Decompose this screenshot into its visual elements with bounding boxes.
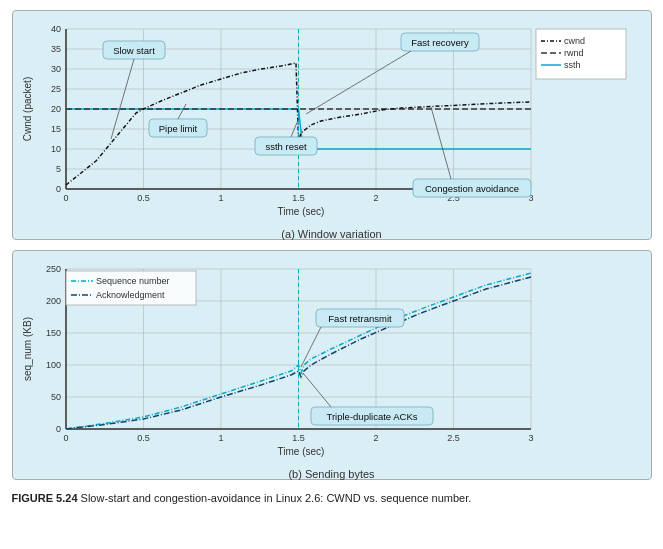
svg-text:0: 0	[55, 184, 60, 194]
svg-text:Fast retransmit: Fast retransmit	[328, 313, 392, 324]
svg-text:ssth reset: ssth reset	[265, 141, 307, 152]
svg-text:Cwnd (packet): Cwnd (packet)	[22, 77, 33, 141]
chart-a-title: (a) Window variation	[21, 228, 643, 240]
svg-text:25: 25	[50, 84, 60, 94]
svg-text:0: 0	[63, 433, 68, 443]
chart-b-svg: 0 50 100 150 200 250 0 0.5 1 1.5 2 2.5 3…	[21, 259, 641, 464]
svg-text:15: 15	[50, 124, 60, 134]
svg-text:rwnd: rwnd	[564, 48, 584, 58]
svg-text:Time (sec): Time (sec)	[277, 206, 324, 217]
svg-text:1: 1	[218, 433, 223, 443]
svg-text:5: 5	[55, 164, 60, 174]
chart-b-title: (b) Sending bytes	[21, 468, 643, 480]
svg-text:Slow start: Slow start	[113, 45, 155, 56]
svg-text:Time (sec): Time (sec)	[277, 446, 324, 457]
svg-text:cwnd: cwnd	[564, 36, 585, 46]
chart-a-svg: 0 5 10 15 20 25 30 35 40 0 0.5 1 1.5 2 2…	[21, 19, 641, 224]
figure-caption-text: Slow-start and congestion-avoidance in L…	[81, 492, 472, 504]
svg-text:10: 10	[50, 144, 60, 154]
figure-caption: FIGURE 5.24 Slow-start and congestion-av…	[12, 490, 652, 507]
svg-text:20: 20	[50, 104, 60, 114]
svg-text:Fast recovery: Fast recovery	[411, 37, 469, 48]
svg-text:250: 250	[45, 264, 60, 274]
svg-text:seq_num (KB): seq_num (KB)	[22, 317, 33, 381]
svg-text:0.5: 0.5	[137, 193, 150, 203]
svg-text:Congestion avoidance: Congestion avoidance	[424, 183, 518, 194]
chart-b-panel: 0 50 100 150 200 250 0 0.5 1 1.5 2 2.5 3…	[12, 250, 652, 480]
svg-text:ssth: ssth	[564, 60, 581, 70]
svg-text:200: 200	[45, 296, 60, 306]
svg-text:0: 0	[55, 424, 60, 434]
chart-a-panel: 0 5 10 15 20 25 30 35 40 0 0.5 1 1.5 2 2…	[12, 10, 652, 240]
svg-text:3: 3	[528, 433, 533, 443]
svg-text:1.5: 1.5	[292, 433, 305, 443]
svg-text:2.5: 2.5	[447, 433, 460, 443]
svg-text:0: 0	[63, 193, 68, 203]
svg-text:35: 35	[50, 44, 60, 54]
svg-text:1: 1	[218, 193, 223, 203]
svg-text:2: 2	[373, 433, 378, 443]
svg-text:Acknowledgment: Acknowledgment	[96, 290, 165, 300]
svg-text:Pipe limit: Pipe limit	[158, 123, 197, 134]
svg-text:30: 30	[50, 64, 60, 74]
svg-text:40: 40	[50, 24, 60, 34]
svg-text:Sequence number: Sequence number	[96, 276, 170, 286]
figure-label: FIGURE 5.24	[12, 492, 78, 504]
svg-text:Triple-duplicate ACKs: Triple-duplicate ACKs	[326, 411, 417, 422]
svg-text:0.5: 0.5	[137, 433, 150, 443]
svg-text:2: 2	[373, 193, 378, 203]
svg-text:1.5: 1.5	[292, 193, 305, 203]
figure-container: 0 5 10 15 20 25 30 35 40 0 0.5 1 1.5 2 2…	[12, 10, 652, 507]
svg-text:150: 150	[45, 328, 60, 338]
svg-text:100: 100	[45, 360, 60, 370]
svg-text:50: 50	[50, 392, 60, 402]
